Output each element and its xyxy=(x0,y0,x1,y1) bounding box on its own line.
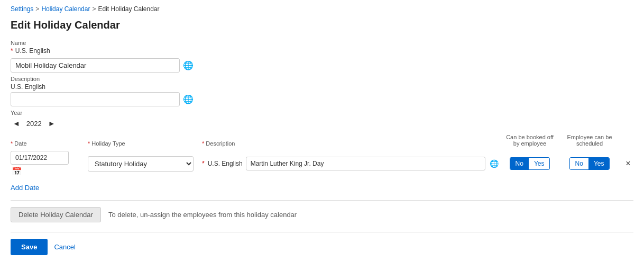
description-field-row: 🌐 xyxy=(11,92,633,106)
name-label: Name xyxy=(11,40,633,46)
year-label: Year xyxy=(11,110,633,116)
cancel-link[interactable]: Cancel xyxy=(54,243,75,251)
description-input[interactable] xyxy=(11,92,180,106)
breadcrumb-current: Edit Holiday Calendar xyxy=(98,5,159,13)
description-globe-icon[interactable]: 🌐 xyxy=(183,94,194,105)
holiday-type-cell: Statutory Holiday xyxy=(88,156,194,172)
breadcrumb-settings[interactable]: Settings xyxy=(11,5,33,13)
scheduled-yes-button[interactable]: Yes xyxy=(588,158,610,169)
description-value-input[interactable] xyxy=(246,157,485,170)
delete-holiday-button[interactable]: Delete Holiday Calendar xyxy=(11,207,101,222)
header-can-be-booked: Can be booked off by employee xyxy=(503,134,556,149)
scheduled-cell: No Yes xyxy=(560,157,619,170)
name-field-row: 🌐 xyxy=(11,58,633,73)
breadcrumb-holiday-calendar[interactable]: Holiday Calendar xyxy=(41,5,90,13)
year-section: Year ◄ 2022 ► xyxy=(11,110,633,128)
booked-cell: No Yes xyxy=(503,157,556,170)
page-wrapper: Settings > Holiday Calendar > Edit Holid… xyxy=(0,0,644,266)
name-locale-label: * U.S. English xyxy=(11,47,50,55)
holiday-type-select[interactable]: Statutory Holiday xyxy=(88,156,194,172)
desc-locale-req: * xyxy=(202,160,205,167)
name-globe-icon[interactable]: 🌐 xyxy=(183,60,194,71)
booked-toggle-group: No Yes xyxy=(510,157,550,170)
breadcrumb-sep-2: > xyxy=(92,5,96,13)
year-value: 2022 xyxy=(26,120,42,128)
delete-section: Delete Holiday Calendar To delete, un-as… xyxy=(11,200,633,222)
year-row: ◄ 2022 ► xyxy=(11,119,633,128)
scheduled-toggle-group: No Yes xyxy=(569,157,610,170)
name-section: Name * U.S. English 🌐 xyxy=(11,40,633,73)
header-holiday-type: * Holiday Type xyxy=(88,140,194,149)
description-label: Description xyxy=(11,76,633,82)
header-date: * Date xyxy=(11,140,79,149)
delete-row-cell: × xyxy=(623,159,633,168)
header-employee-scheduled: Employee can be scheduled xyxy=(560,134,619,149)
delete-info-text: To delete, un-assign the employees from … xyxy=(108,211,297,219)
scheduled-no-button[interactable]: No xyxy=(570,158,588,169)
name-input-row: * U.S. English xyxy=(11,47,633,56)
description-cell: * U.S. English 🌐 xyxy=(202,157,499,170)
name-input[interactable] xyxy=(11,58,180,73)
description-locale-label: U.S. English xyxy=(11,83,633,91)
breadcrumb-sep-1: > xyxy=(35,5,39,13)
year-prev-button[interactable]: ◄ xyxy=(11,119,22,128)
booked-yes-button[interactable]: Yes xyxy=(529,158,550,169)
year-next-button[interactable]: ► xyxy=(46,119,58,128)
calendar-icon[interactable]: 📅 xyxy=(12,167,22,176)
holiday-table-header: * Date * Holiday Type * Description Can … xyxy=(11,134,633,149)
date-cell: 📅 xyxy=(11,151,79,176)
add-date-link[interactable]: Add Date xyxy=(11,184,39,192)
description-globe-icon[interactable]: 🌐 xyxy=(489,158,499,169)
description-section: Description U.S. English 🌐 xyxy=(11,76,633,106)
delete-row-button[interactable]: × xyxy=(625,159,630,168)
page-title: Edit Holiday Calendar xyxy=(11,19,633,31)
desc-locale-label: U.S. English xyxy=(208,160,243,167)
save-button[interactable]: Save xyxy=(11,239,48,255)
table-row: 📅 Statutory Holiday * U.S. English 🌐 No … xyxy=(11,151,633,176)
breadcrumb: Settings > Holiday Calendar > Edit Holid… xyxy=(11,5,633,13)
booked-no-button[interactable]: No xyxy=(510,158,529,169)
header-description: * Description xyxy=(202,140,499,149)
date-input[interactable] xyxy=(11,151,69,165)
add-date-section: Add Date xyxy=(11,181,633,192)
footer-row: Save Cancel xyxy=(11,232,633,255)
